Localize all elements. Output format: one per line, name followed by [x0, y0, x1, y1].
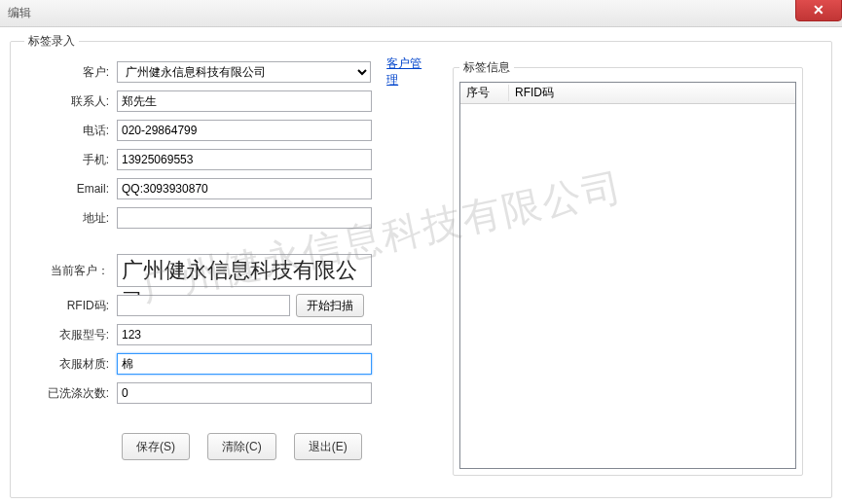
rfid-label: RFID码:	[24, 298, 117, 314]
current-customer-label: 当前客户：	[24, 263, 117, 279]
row-phone: 电话:	[24, 118, 433, 143]
scan-button[interactable]: 开始扫描	[296, 294, 364, 317]
titlebar: 编辑 ✕	[0, 0, 842, 27]
row-address: 地址:	[24, 205, 433, 231]
row-contact: 联系人:	[24, 89, 433, 114]
wash-count-label: 已洗涤次数:	[24, 385, 117, 402]
close-icon: ✕	[813, 2, 824, 18]
exit-button[interactable]: 退出(E)	[294, 433, 362, 460]
row-email: Email:	[24, 176, 433, 201]
clear-button[interactable]: 清除(C)	[207, 433, 276, 460]
address-input[interactable]	[117, 207, 372, 229]
col-seq: 序号	[460, 85, 509, 101]
right-panel: 标签信息 序号 RFID码	[453, 59, 803, 476]
address-label: 地址:	[24, 210, 117, 227]
email-label: Email:	[24, 182, 117, 196]
model-label: 衣服型号:	[24, 327, 117, 343]
row-customer: 客户: 广州健永信息科技有限公司 客户管理	[24, 59, 433, 85]
tag-table-header: 序号 RFID码	[460, 83, 795, 104]
row-mobile: 手机:	[24, 147, 433, 172]
customer-select[interactable]: 广州健永信息科技有限公司	[117, 61, 371, 83]
material-input[interactable]	[117, 353, 372, 375]
phone-label: 电话:	[24, 123, 117, 139]
entry-fieldset: 标签录入 客户: 广州健永信息科技有限公司 客户管理 联系人: 电话:	[10, 33, 832, 498]
close-button[interactable]: ✕	[795, 0, 842, 21]
taginfo-legend: 标签信息	[459, 59, 514, 76]
content-area: 标签录入 客户: 广州健永信息科技有限公司 客户管理 联系人: 电话:	[0, 27, 842, 504]
row-material: 衣服材质:	[24, 351, 433, 377]
form-area: 客户: 广州健永信息科技有限公司 客户管理 联系人: 电话:	[24, 59, 433, 460]
customer-manage-link[interactable]: 客户管理	[386, 55, 433, 89]
phone-input[interactable]	[117, 120, 372, 141]
tag-table[interactable]: 序号 RFID码	[459, 82, 796, 469]
window-title: 编辑	[8, 5, 31, 21]
row-wash-count: 已洗涤次数:	[24, 380, 433, 406]
current-customer-display: 广州健永信息科技有限公司	[117, 254, 372, 287]
taginfo-fieldset: 标签信息 序号 RFID码	[453, 59, 803, 476]
button-row: 保存(S) 清除(C) 退出(E)	[24, 433, 433, 460]
entry-legend: 标签录入	[24, 33, 79, 50]
email-input[interactable]	[117, 178, 372, 199]
col-rfid: RFID码	[509, 85, 795, 101]
rfid-input[interactable]	[117, 295, 290, 316]
save-button[interactable]: 保存(S)	[122, 433, 190, 460]
wash-count-input[interactable]	[117, 382, 372, 404]
contact-label: 联系人:	[24, 93, 117, 110]
contact-input[interactable]	[117, 90, 372, 112]
row-current-customer: 当前客户： 广州健永信息科技有限公司	[24, 252, 433, 289]
material-label: 衣服材质:	[24, 356, 117, 373]
customer-label: 客户:	[24, 64, 117, 81]
row-model: 衣服型号:	[24, 322, 433, 347]
model-input[interactable]	[117, 324, 372, 345]
row-rfid: RFID码: 开始扫描	[24, 293, 433, 318]
mobile-input[interactable]	[117, 149, 372, 170]
mobile-label: 手机:	[24, 152, 117, 168]
